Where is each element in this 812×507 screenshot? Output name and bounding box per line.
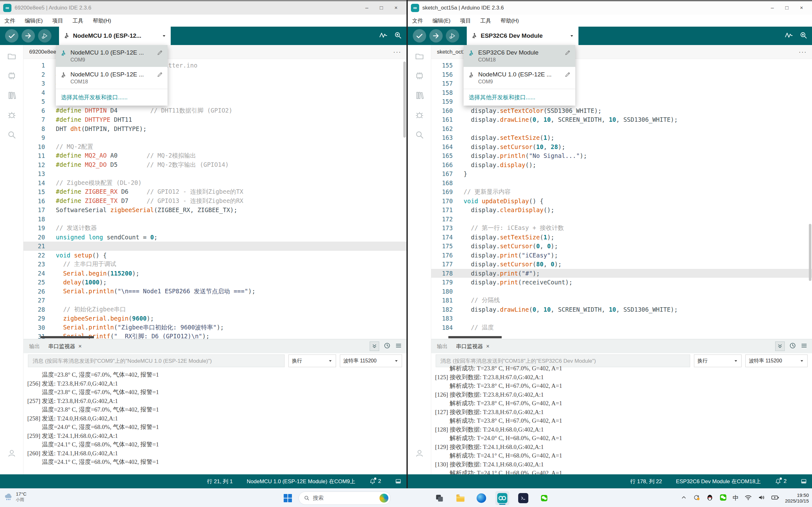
line-ending-select[interactable]: 换行 (289, 354, 336, 367)
editor-tab[interactable]: 69200e8ee5 (29, 49, 59, 55)
panel-menu-button[interactable] (395, 342, 402, 351)
code-line-23[interactable]: 23 // 主串口用于调试 (23, 260, 406, 269)
account-icon[interactable] (7, 448, 16, 458)
close-icon[interactable]: × (79, 343, 82, 350)
autoscroll-button[interactable] (775, 341, 785, 351)
close-button[interactable]: × (794, 2, 809, 14)
qq-tray-icon[interactable] (706, 494, 714, 503)
serial-output[interactable]: 温度=23.8° C, 湿度=67.0%, 气体=402, 报警=1[256] … (23, 369, 406, 474)
wifi-icon[interactable] (745, 494, 752, 503)
code-line-172[interactable]: 172 (431, 215, 812, 224)
code-line-18[interactable]: 18 (23, 215, 406, 224)
maximize-button[interactable]: □ (780, 2, 794, 14)
code-line-184[interactable]: 184 // 温度 (431, 323, 812, 332)
code-line-162[interactable]: 162 (431, 124, 812, 133)
code-line-167[interactable]: 167} (431, 169, 812, 178)
code-line-7[interactable]: 7#define DHTTYPE DHT11 (23, 115, 406, 124)
select-other-board-item[interactable]: 选择其他开发板和接口...... (464, 89, 575, 106)
code-line-15[interactable]: 15#define ZIGBEE_RX D6 // GPIO12 - 连接到Zi… (23, 187, 406, 196)
close-icon[interactable]: × (486, 343, 490, 350)
vertical-scrollbar[interactable] (403, 61, 406, 137)
menu-item-1[interactable]: 编辑(E) (433, 17, 451, 24)
wechat-tray-icon[interactable] (719, 494, 727, 503)
taskbar-app-task-view[interactable] (433, 491, 447, 505)
code-line-173[interactable]: 173 // 第一行: iCEasy + 接收计数 (431, 224, 812, 233)
code-line-29[interactable]: 29 zigbeeSerial.begin(9600); (23, 314, 406, 323)
code-line-181[interactable]: 181 // 分隔线 (431, 296, 812, 305)
weather-widget[interactable]: 17°C 小雨 (4, 491, 27, 502)
code-line-160[interactable]: 160 display.setTextColor(SSD1306_WHITE); (431, 106, 812, 115)
code-line-176[interactable]: 176 display.print("iCEasy"); (431, 251, 812, 260)
taskbar-app-edge[interactable] (474, 491, 488, 505)
horizontal-scrollbar[interactable] (41, 336, 94, 338)
timestamp-button[interactable] (384, 342, 391, 351)
code-line-165[interactable]: 165 display.println("No Signal..."); (431, 151, 812, 160)
panel-toggle-button[interactable] (395, 478, 401, 485)
upload-button[interactable] (429, 29, 443, 43)
pencil-icon[interactable] (157, 50, 163, 56)
serial-monitor-tab[interactable]: 串口监视器× (48, 343, 82, 350)
taskbar-app-file-explorer[interactable] (453, 491, 467, 505)
serial-monitor-tab[interactable]: 串口监视器× (456, 343, 490, 350)
code-line-30[interactable]: 30 Serial.println("Zigbee串口初始化: 9600波特率"… (23, 323, 406, 332)
code-line-14[interactable]: 14// Zigbee模块配置 (DL-20) (23, 178, 406, 188)
code-line-24[interactable]: 24 Serial.begin(115200); (23, 269, 406, 278)
sync-tray-icon[interactable] (693, 494, 700, 503)
output-tab[interactable]: 输出 (437, 343, 448, 350)
volume-icon[interactable] (758, 494, 765, 503)
timestamp-button[interactable] (789, 342, 796, 351)
menu-item-3[interactable]: 工具 (480, 17, 491, 24)
search-icon[interactable] (7, 130, 16, 139)
horizontal-scrollbar[interactable] (448, 336, 502, 338)
code-line-169[interactable]: 169// 更新显示内容 (431, 187, 812, 196)
baud-rate-select[interactable]: 波特率 115200 (340, 354, 402, 367)
board-option-1[interactable]: NodeMCU 1.0 (ESP-12E ...COM9 (464, 67, 575, 89)
debug-button[interactable] (38, 29, 51, 43)
board-port-status[interactable]: ESP32C6 Dev Module 在COM18上 (676, 478, 761, 485)
code-line-28[interactable]: 28 // 初始化Zigbee串口 (23, 305, 406, 314)
code-line-166[interactable]: 166 display.display(); (431, 160, 812, 170)
debugger-icon[interactable] (7, 110, 16, 120)
code-line-11[interactable]: 11#define MQ2_AO A0 // MQ-2模拟输出 (23, 151, 406, 160)
output-tab[interactable]: 输出 (29, 343, 40, 350)
code-line-17[interactable]: 17SoftwareSerial zigbeeSerial(ZIGBEE_RX,… (23, 206, 406, 215)
code-line-180[interactable]: 180 (431, 287, 812, 296)
menu-item-2[interactable]: 项目 (52, 17, 63, 24)
code-line-170[interactable]: 170void updateDisplay() { (431, 196, 812, 206)
boards-manager-icon[interactable] (7, 71, 16, 80)
maximize-button[interactable]: □ (374, 2, 389, 14)
debug-button[interactable] (446, 29, 459, 43)
code-line-168[interactable]: 168 (431, 178, 812, 188)
code-line-163[interactable]: 163 display.setTextSize(1); (431, 133, 812, 143)
verify-button[interactable] (5, 29, 18, 43)
board-option-0[interactable]: NodeMCU 1.0 (ESP-12E ...COM9 (56, 45, 167, 67)
more-actions-button[interactable]: ··· (799, 48, 807, 55)
serial-output[interactable]: 解析成功: T=23.8° C, H=67.0%, G=402, A=1[125… (431, 364, 812, 474)
code-line-9[interactable]: 9 (23, 133, 406, 143)
notifications[interactable]: 2 (775, 478, 786, 485)
code-line-16[interactable]: 16#define ZIGBEE_TX D7 // GPIO13 - 连接到Zi… (23, 196, 406, 206)
serial-monitor-button[interactable] (799, 31, 808, 41)
board-option-1[interactable]: NodeMCU 1.0 (ESP-12E ...COM18 (56, 67, 167, 89)
code-line-178[interactable]: 178 display.print("#"); (431, 269, 812, 278)
code-line-20[interactable]: 20unsigned long sendCount = 0; (23, 233, 406, 242)
search-icon[interactable] (415, 130, 424, 139)
board-selector[interactable]: NodeMCU 1.0 (ESP-12... (59, 26, 171, 45)
board-option-0[interactable]: ESP32C6 Dev ModuleCOM18 (464, 45, 575, 67)
battery-icon[interactable] (771, 493, 779, 503)
serial-plotter-button[interactable] (379, 31, 388, 41)
minimize-button[interactable]: – (765, 2, 780, 14)
panel-menu-button[interactable] (801, 342, 808, 351)
serial-message-input[interactable]: 消息 (按回车将消息发送到"COM9"上的"NodeMCU 1.0 (ESP-1… (28, 354, 285, 367)
code-line-21[interactable]: 21 (23, 242, 406, 251)
titlebar[interactable]: ∞ sketch_oct15a | Arduino IDE 2.3.6 – □ … (408, 1, 812, 14)
code-line-27[interactable]: 27 (23, 296, 406, 305)
notifications[interactable]: 2 (369, 478, 381, 485)
cursor-position[interactable]: 行 21, 列 1 (207, 478, 233, 485)
code-line-22[interactable]: 22void setup() { (23, 251, 406, 260)
code-line-164[interactable]: 164 display.setCursor(10, 28); (431, 143, 812, 152)
code-line-179[interactable]: 179 display.print(receiveCount); (431, 278, 812, 287)
taskbar-app-wechat[interactable] (537, 491, 551, 505)
sketchbook-folder-icon[interactable] (415, 51, 424, 61)
menu-item-4[interactable]: 帮助(H) (501, 17, 519, 24)
